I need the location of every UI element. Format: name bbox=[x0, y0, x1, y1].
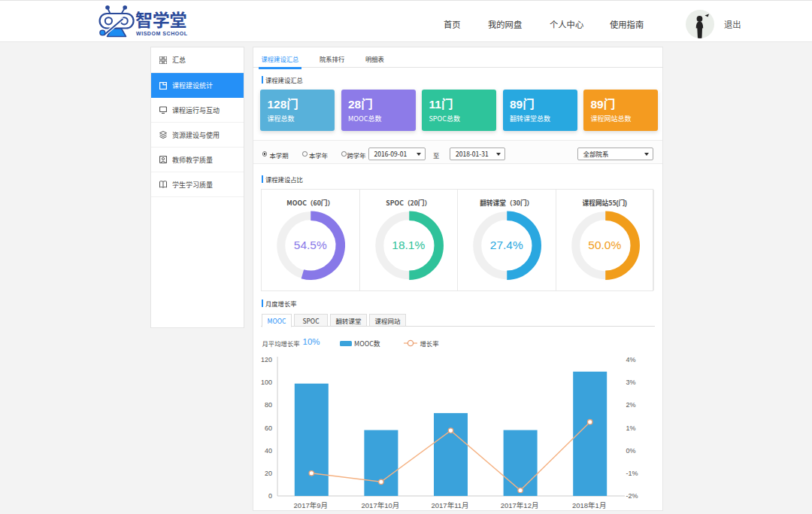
svg-text:0%: 0% bbox=[626, 447, 636, 455]
svg-text:3%: 3% bbox=[626, 379, 636, 386]
svg-text:1%: 1% bbox=[626, 424, 636, 432]
svg-text:4%: 4% bbox=[626, 356, 636, 363]
svg-text:-1%: -1% bbox=[626, 470, 638, 477]
svg-text:60: 60 bbox=[265, 424, 272, 432]
svg-text:2017年10月: 2017年10月 bbox=[362, 501, 400, 509]
svg-text:2017年12月: 2017年12月 bbox=[501, 501, 539, 509]
svg-text:2%: 2% bbox=[626, 401, 636, 409]
svg-text:2018年1月: 2018年1月 bbox=[572, 501, 606, 509]
svg-text:100: 100 bbox=[261, 379, 272, 386]
svg-text:2017年9月: 2017年9月 bbox=[294, 501, 328, 509]
svg-text:2017年11月: 2017年11月 bbox=[432, 501, 469, 509]
svg-text:0: 0 bbox=[268, 492, 272, 500]
svg-text:20: 20 bbox=[265, 470, 272, 477]
svg-text:-2%: -2% bbox=[626, 492, 638, 500]
svg-text:120: 120 bbox=[261, 356, 272, 363]
svg-text:40: 40 bbox=[265, 447, 272, 455]
svg-text:80: 80 bbox=[265, 401, 272, 409]
